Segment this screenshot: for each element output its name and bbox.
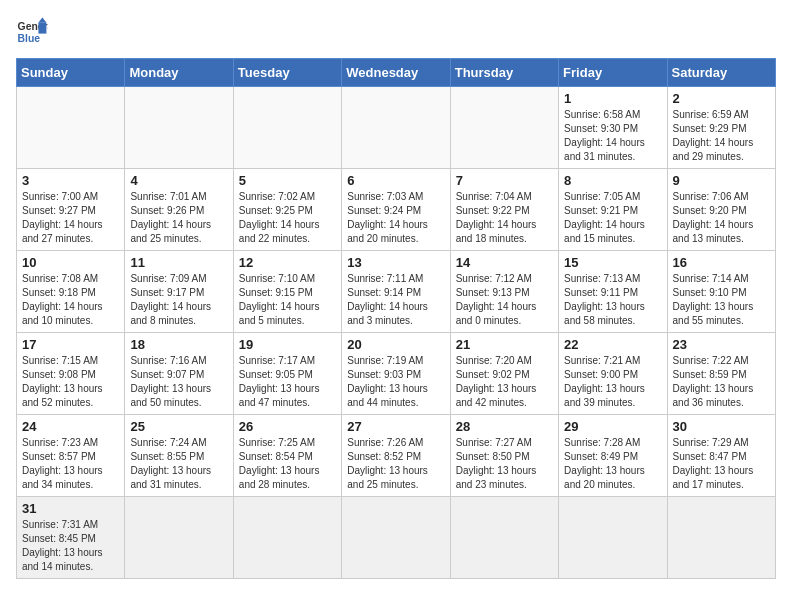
day-info: Sunrise: 7:13 AM Sunset: 9:11 PM Dayligh… <box>564 272 661 328</box>
day-info: Sunrise: 7:29 AM Sunset: 8:47 PM Dayligh… <box>673 436 770 492</box>
day-number: 21 <box>456 337 553 352</box>
day-number: 18 <box>130 337 227 352</box>
calendar-cell <box>342 87 450 169</box>
calendar-cell <box>233 87 341 169</box>
logo: General Blue <box>16 16 52 48</box>
calendar-week-row: 10Sunrise: 7:08 AM Sunset: 9:18 PM Dayli… <box>17 251 776 333</box>
svg-marker-2 <box>38 22 46 33</box>
day-info: Sunrise: 7:04 AM Sunset: 9:22 PM Dayligh… <box>456 190 553 246</box>
calendar-cell: 7Sunrise: 7:04 AM Sunset: 9:22 PM Daylig… <box>450 169 558 251</box>
day-number: 26 <box>239 419 336 434</box>
day-number: 13 <box>347 255 444 270</box>
day-info: Sunrise: 7:28 AM Sunset: 8:49 PM Dayligh… <box>564 436 661 492</box>
calendar-body: 1Sunrise: 6:58 AM Sunset: 9:30 PM Daylig… <box>17 87 776 579</box>
day-info: Sunrise: 7:05 AM Sunset: 9:21 PM Dayligh… <box>564 190 661 246</box>
weekday-sunday: Sunday <box>17 59 125 87</box>
calendar-table: SundayMondayTuesdayWednesdayThursdayFrid… <box>16 58 776 579</box>
calendar-cell: 11Sunrise: 7:09 AM Sunset: 9:17 PM Dayli… <box>125 251 233 333</box>
svg-marker-3 <box>38 18 46 23</box>
day-number: 5 <box>239 173 336 188</box>
day-number: 16 <box>673 255 770 270</box>
day-info: Sunrise: 7:25 AM Sunset: 8:54 PM Dayligh… <box>239 436 336 492</box>
day-info: Sunrise: 7:01 AM Sunset: 9:26 PM Dayligh… <box>130 190 227 246</box>
day-info: Sunrise: 7:19 AM Sunset: 9:03 PM Dayligh… <box>347 354 444 410</box>
calendar-cell <box>667 497 775 579</box>
day-info: Sunrise: 7:11 AM Sunset: 9:14 PM Dayligh… <box>347 272 444 328</box>
weekday-saturday: Saturday <box>667 59 775 87</box>
day-info: Sunrise: 7:14 AM Sunset: 9:10 PM Dayligh… <box>673 272 770 328</box>
calendar-week-row: 24Sunrise: 7:23 AM Sunset: 8:57 PM Dayli… <box>17 415 776 497</box>
day-info: Sunrise: 7:23 AM Sunset: 8:57 PM Dayligh… <box>22 436 119 492</box>
day-info: Sunrise: 7:20 AM Sunset: 9:02 PM Dayligh… <box>456 354 553 410</box>
calendar-week-row: 31Sunrise: 7:31 AM Sunset: 8:45 PM Dayli… <box>17 497 776 579</box>
calendar-cell: 1Sunrise: 6:58 AM Sunset: 9:30 PM Daylig… <box>559 87 667 169</box>
calendar-cell: 2Sunrise: 6:59 AM Sunset: 9:29 PM Daylig… <box>667 87 775 169</box>
calendar-cell <box>342 497 450 579</box>
day-number: 27 <box>347 419 444 434</box>
day-info: Sunrise: 7:27 AM Sunset: 8:50 PM Dayligh… <box>456 436 553 492</box>
weekday-tuesday: Tuesday <box>233 59 341 87</box>
calendar-cell: 20Sunrise: 7:19 AM Sunset: 9:03 PM Dayli… <box>342 333 450 415</box>
calendar-cell <box>125 87 233 169</box>
day-info: Sunrise: 7:12 AM Sunset: 9:13 PM Dayligh… <box>456 272 553 328</box>
logo-icon: General Blue <box>16 16 48 48</box>
weekday-row: SundayMondayTuesdayWednesdayThursdayFrid… <box>17 59 776 87</box>
calendar-cell: 9Sunrise: 7:06 AM Sunset: 9:20 PM Daylig… <box>667 169 775 251</box>
day-info: Sunrise: 7:22 AM Sunset: 8:59 PM Dayligh… <box>673 354 770 410</box>
day-info: Sunrise: 7:17 AM Sunset: 9:05 PM Dayligh… <box>239 354 336 410</box>
day-info: Sunrise: 7:21 AM Sunset: 9:00 PM Dayligh… <box>564 354 661 410</box>
day-number: 31 <box>22 501 119 516</box>
weekday-friday: Friday <box>559 59 667 87</box>
calendar-cell: 3Sunrise: 7:00 AM Sunset: 9:27 PM Daylig… <box>17 169 125 251</box>
weekday-monday: Monday <box>125 59 233 87</box>
calendar-cell: 29Sunrise: 7:28 AM Sunset: 8:49 PM Dayli… <box>559 415 667 497</box>
calendar-cell: 21Sunrise: 7:20 AM Sunset: 9:02 PM Dayli… <box>450 333 558 415</box>
day-number: 24 <box>22 419 119 434</box>
day-number: 17 <box>22 337 119 352</box>
calendar-cell: 31Sunrise: 7:31 AM Sunset: 8:45 PM Dayli… <box>17 497 125 579</box>
calendar-cell: 5Sunrise: 7:02 AM Sunset: 9:25 PM Daylig… <box>233 169 341 251</box>
day-number: 25 <box>130 419 227 434</box>
calendar-cell <box>233 497 341 579</box>
calendar-cell: 10Sunrise: 7:08 AM Sunset: 9:18 PM Dayli… <box>17 251 125 333</box>
day-info: Sunrise: 7:06 AM Sunset: 9:20 PM Dayligh… <box>673 190 770 246</box>
calendar-cell: 15Sunrise: 7:13 AM Sunset: 9:11 PM Dayli… <box>559 251 667 333</box>
day-info: Sunrise: 7:09 AM Sunset: 9:17 PM Dayligh… <box>130 272 227 328</box>
day-number: 12 <box>239 255 336 270</box>
calendar-header: SundayMondayTuesdayWednesdayThursdayFrid… <box>17 59 776 87</box>
day-info: Sunrise: 6:59 AM Sunset: 9:29 PM Dayligh… <box>673 108 770 164</box>
day-info: Sunrise: 7:26 AM Sunset: 8:52 PM Dayligh… <box>347 436 444 492</box>
day-number: 7 <box>456 173 553 188</box>
calendar-week-row: 17Sunrise: 7:15 AM Sunset: 9:08 PM Dayli… <box>17 333 776 415</box>
calendar-cell: 25Sunrise: 7:24 AM Sunset: 8:55 PM Dayli… <box>125 415 233 497</box>
calendar-cell: 26Sunrise: 7:25 AM Sunset: 8:54 PM Dayli… <box>233 415 341 497</box>
calendar-cell: 4Sunrise: 7:01 AM Sunset: 9:26 PM Daylig… <box>125 169 233 251</box>
calendar-cell <box>450 87 558 169</box>
day-info: Sunrise: 7:02 AM Sunset: 9:25 PM Dayligh… <box>239 190 336 246</box>
calendar-cell: 22Sunrise: 7:21 AM Sunset: 9:00 PM Dayli… <box>559 333 667 415</box>
day-number: 8 <box>564 173 661 188</box>
day-number: 2 <box>673 91 770 106</box>
day-number: 10 <box>22 255 119 270</box>
calendar-week-row: 1Sunrise: 6:58 AM Sunset: 9:30 PM Daylig… <box>17 87 776 169</box>
day-number: 20 <box>347 337 444 352</box>
calendar-cell: 14Sunrise: 7:12 AM Sunset: 9:13 PM Dayli… <box>450 251 558 333</box>
weekday-thursday: Thursday <box>450 59 558 87</box>
day-number: 29 <box>564 419 661 434</box>
day-number: 19 <box>239 337 336 352</box>
calendar-cell <box>125 497 233 579</box>
day-number: 23 <box>673 337 770 352</box>
calendar-week-row: 3Sunrise: 7:00 AM Sunset: 9:27 PM Daylig… <box>17 169 776 251</box>
day-number: 1 <box>564 91 661 106</box>
day-info: Sunrise: 7:00 AM Sunset: 9:27 PM Dayligh… <box>22 190 119 246</box>
day-number: 28 <box>456 419 553 434</box>
day-info: Sunrise: 7:16 AM Sunset: 9:07 PM Dayligh… <box>130 354 227 410</box>
day-info: Sunrise: 6:58 AM Sunset: 9:30 PM Dayligh… <box>564 108 661 164</box>
day-number: 11 <box>130 255 227 270</box>
calendar-cell: 19Sunrise: 7:17 AM Sunset: 9:05 PM Dayli… <box>233 333 341 415</box>
day-number: 30 <box>673 419 770 434</box>
day-number: 4 <box>130 173 227 188</box>
calendar-cell: 28Sunrise: 7:27 AM Sunset: 8:50 PM Dayli… <box>450 415 558 497</box>
day-info: Sunrise: 7:24 AM Sunset: 8:55 PM Dayligh… <box>130 436 227 492</box>
day-info: Sunrise: 7:15 AM Sunset: 9:08 PM Dayligh… <box>22 354 119 410</box>
